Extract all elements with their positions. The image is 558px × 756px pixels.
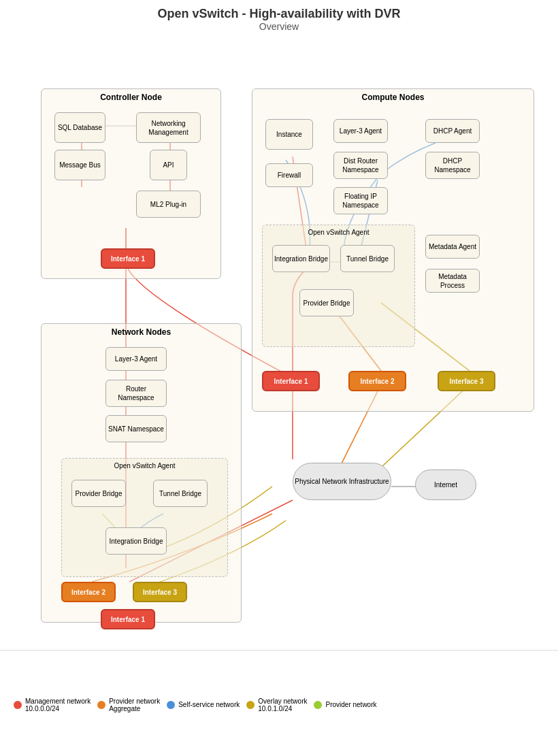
- network-interface2: Interface 2: [61, 582, 116, 602]
- compute-provider-bridge: Provider Bridge: [299, 289, 354, 316]
- network-integration-bridge: Integration Bridge: [105, 527, 167, 555]
- physical-network-box: Physical Network Infrastructure: [293, 463, 391, 500]
- networking-management-box: Networking Management: [136, 112, 201, 143]
- instance-box: Instance: [265, 119, 313, 150]
- network-tunnel-bridge: Tunnel Bridge: [153, 480, 208, 507]
- floating-ip-ns-box: Floating IP Namespace: [333, 187, 388, 214]
- controller-interface1: Interface 1: [101, 248, 155, 269]
- legend-overlay: Overlay network 10.0.1.0/24: [246, 656, 307, 753]
- compute-ovs-agent-section: Open vSwitch Agent: [262, 225, 415, 347]
- compute-nodes-label: Compute Nodes: [361, 93, 424, 103]
- api-box: API: [150, 150, 187, 180]
- compute-integration-bridge: Integration Bridge: [272, 245, 330, 272]
- firewall-box: Firewall: [265, 163, 313, 187]
- network-interface1: Interface 1: [101, 609, 155, 629]
- network-ovs-agent-section: Open vSwitch Agent: [61, 458, 228, 577]
- network-layer3-agent-box: Layer-3 Agent: [105, 347, 167, 371]
- dhcp-agent-box: DHCP Agent: [425, 119, 480, 143]
- page-title: Open vSwitch - High-availability with DV…: [0, 0, 558, 21]
- internet-box: Internet: [415, 470, 476, 500]
- router-ns-box: Router Namespace: [105, 380, 167, 407]
- compute-tunnel-bridge: Tunnel Bridge: [340, 245, 395, 272]
- controller-node-label: Controller Node: [100, 93, 162, 103]
- legend-self-service: Self-service network: [167, 656, 240, 753]
- legend-area: Management network 10.0.0.0/24 Provider …: [0, 650, 558, 756]
- legend-provider-agg: Provider network Aggregate: [97, 656, 160, 753]
- metadata-agent-box: Metadata Agent: [425, 235, 480, 259]
- compute-interface3: Interface 3: [438, 371, 495, 391]
- ml2-plugin-box: ML2 Plug-in: [136, 191, 201, 218]
- network-ovs-agent-label: Open vSwitch Agent: [114, 461, 175, 470]
- message-bus-box: Message Bus: [54, 150, 105, 180]
- network-interface3: Interface 3: [133, 582, 187, 602]
- network-provider-bridge: Provider Bridge: [71, 480, 126, 507]
- snat-ns-box: SNAT Namespace: [105, 415, 167, 442]
- legend-provider: Provider network: [314, 656, 376, 753]
- sql-database-box: SQL Database: [54, 112, 105, 143]
- compute-layer3-agent-box: Layer-3 Agent: [333, 119, 388, 143]
- compute-ovs-agent-label: Open vSwitch Agent: [308, 228, 369, 237]
- network-nodes-label: Network Nodes: [112, 327, 171, 338]
- compute-interface1: Interface 1: [262, 371, 320, 391]
- diagram-container: Controller Node SQL Database Networking …: [0, 37, 558, 756]
- dhcp-ns-box: DHCP Namespace: [425, 152, 480, 179]
- legend-management: Management network 10.0.0.0/24: [14, 656, 91, 753]
- metadata-process-box: Metadata Process: [425, 269, 480, 293]
- page-subtitle: Overview: [0, 21, 558, 32]
- dist-router-ns-box: Dist Router Namespace: [333, 152, 388, 179]
- compute-interface2: Interface 2: [348, 371, 406, 391]
